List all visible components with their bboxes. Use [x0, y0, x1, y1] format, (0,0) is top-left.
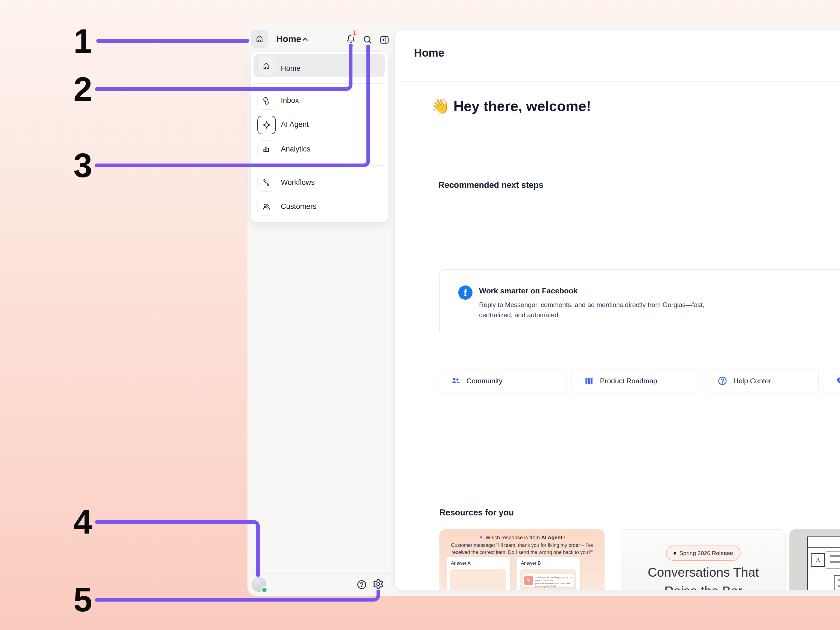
line-cap: [366, 45, 370, 49]
release-headline-line2: Raise the Bar: [621, 583, 785, 591]
gear-icon: [373, 578, 384, 590]
help-center-card[interactable]: Help Center: [705, 369, 819, 393]
help-button[interactable]: [356, 579, 368, 591]
home-icon: [255, 35, 264, 43]
release-badge: Spring 2026 Release: [666, 546, 741, 561]
quiz-message-line1: Customer message: "Hi team, thank you fo…: [439, 543, 605, 548]
release-headline-line1: Conversations That: [621, 565, 785, 580]
main-panel: Home 👋Hey there, welcome! Recommended ne…: [395, 30, 840, 591]
settings-button[interactable]: [372, 578, 384, 591]
annotation-line-5: [96, 590, 380, 602]
answer-b-content: ? Thank you for reaching out to us. It's…: [520, 569, 576, 591]
answer-a-box: Answer A: [447, 557, 510, 591]
collapse-sidebar-button[interactable]: [379, 34, 390, 46]
community-label: Community: [466, 377, 502, 385]
annotation-line-4: [96, 520, 260, 576]
wireframe-header: [808, 537, 840, 548]
search-icon: [363, 35, 373, 44]
person-icon: [811, 553, 825, 567]
annotation-line-1: [96, 39, 249, 43]
product-roadmap-card[interactable]: Product Roadmap: [571, 369, 700, 393]
line-cap: [256, 573, 260, 577]
help-center-label: Help Center: [733, 377, 771, 385]
question-badge-icon: ?: [524, 576, 533, 585]
partial-card[interactable]: [823, 369, 840, 393]
chevron-up-icon[interactable]: [301, 35, 309, 44]
product-roadmap-label: Product Roadmap: [600, 377, 657, 385]
panel-collapse-icon: [379, 35, 389, 45]
facebook-logo-icon: f: [458, 286, 472, 300]
annotation-line-3: [96, 45, 370, 167]
help-icon: [357, 579, 367, 590]
annotation-number-4: 4: [70, 505, 96, 539]
resource-card-document[interactable]: [789, 529, 840, 591]
map-icon: [584, 376, 594, 386]
sparkle-icon: ✦: [479, 534, 483, 540]
wireframe-text-block: [834, 575, 840, 591]
recommended-heading: Recommended next steps: [438, 180, 543, 190]
answer-a-content: [450, 569, 506, 591]
resource-card-quiz[interactable]: ✦Which response is from AI Agent? Custom…: [439, 529, 605, 591]
quiz-title: ✦Which response is from AI Agent?: [439, 534, 605, 541]
workspace-title[interactable]: Home: [276, 34, 301, 44]
chat-bubble-text: Thank you for reaching out to us. It's g…: [535, 576, 573, 588]
answer-b-label: Answer B: [521, 561, 541, 566]
menu-item-customers-label[interactable]: Customers: [281, 198, 317, 215]
sidebar-footer-divider: [251, 573, 395, 574]
welcome-heading: 👋Hey there, welcome!: [431, 97, 591, 115]
customers-icon[interactable]: [257, 198, 275, 216]
notification-badge: 1: [351, 29, 359, 37]
chat-bubble: ? Thank you for reaching out to us. It's…: [523, 574, 574, 587]
menu-item-workflows-label[interactable]: Workflows: [281, 174, 315, 191]
bullet-dot: [673, 552, 676, 554]
answer-a-label: Answer A: [451, 561, 471, 566]
heart-handshake-icon: [836, 376, 840, 386]
answer-b-box: Answer B ? Thank you for reaching out to…: [516, 557, 580, 591]
annotation-number-5: 5: [70, 583, 96, 617]
search-button[interactable]: [362, 34, 374, 46]
help-circle-icon: [717, 376, 727, 386]
annotation-number-2: 2: [70, 72, 96, 106]
line-cap: [377, 589, 381, 594]
facebook-card-title: Work smarter on Facebook: [479, 287, 578, 295]
wave-emoji: 👋: [431, 98, 450, 114]
workflows-icon[interactable]: [257, 174, 275, 192]
header-divider: [395, 81, 840, 82]
resources-heading: Resources for you: [439, 508, 514, 518]
wireframe-text-block: [826, 551, 840, 568]
community-icon: [451, 376, 461, 386]
line-cap: [349, 44, 353, 47]
annotation-number-3: 3: [70, 148, 96, 182]
resource-card-release[interactable]: Spring 2026 Release Conversations That R…: [621, 529, 786, 591]
wireframe-document: [807, 537, 840, 591]
page-title: Home: [414, 47, 444, 59]
facebook-card[interactable]: f Work smarter on Facebook Reply to Mess…: [439, 269, 840, 336]
annotation-number-1: 1: [70, 24, 96, 58]
facebook-card-body: Reply to Messenger, comments, and ad men…: [479, 300, 704, 320]
community-card[interactable]: Community: [438, 369, 567, 393]
quiz-message-line2: received the correct item. Do I send the…: [439, 549, 605, 555]
page: Home 1 Home: [0, 0, 840, 630]
